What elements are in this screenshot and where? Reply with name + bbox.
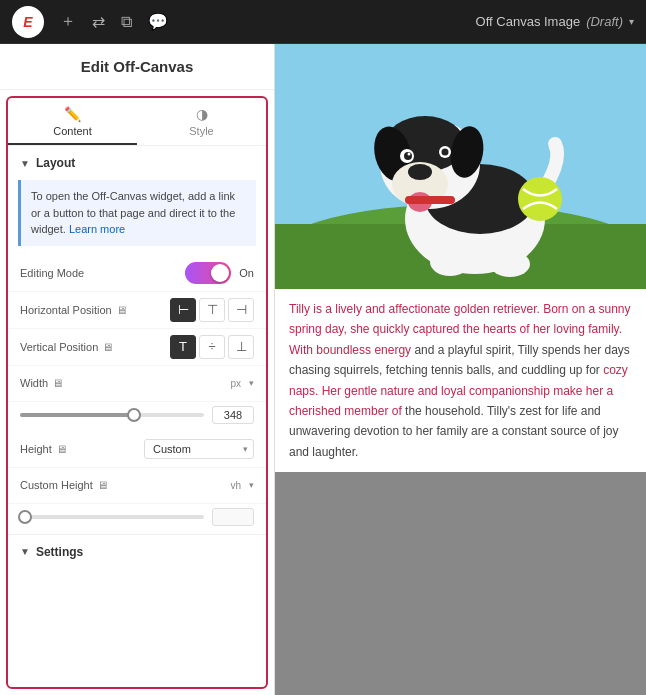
width-slider-fill <box>20 413 130 417</box>
custom-height-slider-track <box>20 515 204 519</box>
vertical-position-row: Vertical Position 🖥 T ÷ ⊥ <box>8 329 266 366</box>
vertical-btn-group: T ÷ ⊥ <box>170 335 254 359</box>
width-value-input[interactable] <box>212 406 254 424</box>
custom-height-value-input[interactable] <box>212 508 254 526</box>
v-top-button[interactable]: T <box>170 335 196 359</box>
monitor-icon: 🖥 <box>116 304 127 316</box>
width-label: Width 🖥 <box>20 377 130 389</box>
height-monitor-icon: 🖥 <box>56 443 67 455</box>
width-slider-track <box>20 413 204 417</box>
sidebar: Edit Off-Canvas ✏️ Content ◑ Style ▼ Lay… <box>0 44 275 695</box>
section-arrow-icon: ▼ <box>20 158 30 169</box>
height-select-wrap: Default Custom Full ▾ <box>144 439 254 459</box>
width-row: Width 🖥 px ▾ <box>8 366 266 402</box>
editing-mode-label: Editing Mode <box>20 267 130 279</box>
add-icon[interactable]: ＋ <box>60 11 76 32</box>
width-slider-row <box>8 402 266 432</box>
dog-image <box>275 44 646 289</box>
horizontal-position-row: Horizontal Position 🖥 ⊢ ⊤ ⊣ <box>8 292 266 329</box>
width-monitor-icon: 🖥 <box>52 377 63 389</box>
page-title: Off Canvas Image <box>476 14 581 29</box>
chevron-down-icon[interactable]: ▾ <box>629 16 634 27</box>
svg-point-10 <box>408 164 432 180</box>
tab-content[interactable]: ✏️ Content <box>8 98 137 145</box>
settings-section-header[interactable]: ▼ Settings <box>8 534 266 569</box>
editing-mode-toggle[interactable] <box>185 262 231 284</box>
style-icon: ◑ <box>196 106 208 122</box>
custom-height-row: Custom Height 🖥 vh ▾ <box>8 468 266 504</box>
editing-mode-row: Editing Mode On <box>8 256 266 292</box>
canvas-area: Tilly is a lively and affectionate golde… <box>275 44 646 695</box>
unit-chevron: ▾ <box>249 378 254 388</box>
h-center-button[interactable]: ⊤ <box>199 298 225 322</box>
svg-point-19 <box>490 251 530 277</box>
h-right-button[interactable]: ⊣ <box>228 298 254 322</box>
toggle-knob <box>211 264 229 282</box>
width-unit: px <box>230 378 241 389</box>
dog-svg <box>275 44 646 289</box>
svg-point-14 <box>408 153 411 156</box>
horizontal-btn-group: ⊢ ⊤ ⊣ <box>170 298 254 322</box>
height-select[interactable]: Default Custom Full <box>144 439 254 459</box>
panel-content: ✏️ Content ◑ Style ▼ Layout To open the … <box>6 96 268 689</box>
custom-height-icon: 🖥 <box>97 479 108 491</box>
layout-section-header[interactable]: ▼ Layout <box>8 146 266 180</box>
editing-mode-control: On <box>130 262 254 284</box>
width-control: px ▾ <box>130 378 254 389</box>
info-box: To open the Off-Canvas widget, add a lin… <box>18 180 256 246</box>
tabs-row: ✏️ Content ◑ Style <box>8 98 266 146</box>
tab-style[interactable]: ◑ Style <box>137 98 266 145</box>
v-bottom-button[interactable]: ⊥ <box>228 335 254 359</box>
custom-height-label: Custom Height 🖥 <box>20 479 130 491</box>
canvas-inner: Tilly is a lively and affectionate golde… <box>275 44 646 695</box>
svg-rect-17 <box>405 196 455 204</box>
height-row: Height 🖥 Default Custom Full ▾ <box>8 432 266 468</box>
custom-height-slider-track-wrap <box>20 515 204 519</box>
height-control: Default Custom Full ▾ <box>130 439 254 459</box>
top-bar: E ＋ ⇄ ⧉ 💬 Off Canvas Image (Draft) ▾ <box>0 0 646 44</box>
horizontal-position-label: Horizontal Position 🖥 <box>20 304 130 316</box>
horizontal-position-control: ⊢ ⊤ ⊣ <box>130 298 254 322</box>
sidebar-header: Edit Off-Canvas <box>0 44 274 90</box>
pencil-icon: ✏️ <box>64 106 81 122</box>
canvas-description: Tilly is a lively and affectionate golde… <box>289 302 631 459</box>
width-slider-thumb[interactable] <box>127 408 141 422</box>
custom-height-slider-thumb[interactable] <box>18 510 32 524</box>
settings-label: Settings <box>36 545 83 559</box>
sliders-icon[interactable]: ⇄ <box>92 12 105 31</box>
svg-point-20 <box>518 177 562 221</box>
draft-label: (Draft) <box>586 14 623 29</box>
v-middle-button[interactable]: ÷ <box>199 335 225 359</box>
width-slider-track-wrap <box>20 413 204 417</box>
top-bar-right: Off Canvas Image (Draft) ▾ <box>476 14 634 29</box>
text-content: Tilly is a lively and affectionate golde… <box>275 289 646 472</box>
settings-arrow-icon: ▼ <box>20 546 30 557</box>
svg-point-18 <box>430 248 470 276</box>
vertical-position-control: T ÷ ⊥ <box>130 335 254 359</box>
main-layout: Edit Off-Canvas ✏️ Content ◑ Style ▼ Lay… <box>0 44 646 695</box>
vertical-position-label: Vertical Position 🖥 <box>20 341 130 353</box>
elementor-logo[interactable]: E <box>12 6 44 38</box>
custom-height-control: vh ▾ <box>130 480 254 491</box>
chat-icon[interactable]: 💬 <box>148 12 168 31</box>
learn-more-link[interactable]: Learn more <box>69 223 125 235</box>
custom-height-slider-row <box>8 504 266 534</box>
height-label: Height 🖥 <box>20 443 130 455</box>
layout-section-label: Layout <box>36 156 75 170</box>
svg-point-16 <box>442 149 449 156</box>
custom-height-unit: vh <box>230 480 241 491</box>
monitor2-icon: 🖥 <box>102 341 113 353</box>
top-bar-left: E ＋ ⇄ ⧉ 💬 <box>12 6 476 38</box>
toggle-value: On <box>239 267 254 279</box>
toggle-wrap: On <box>185 262 254 284</box>
h-left-button[interactable]: ⊢ <box>170 298 196 322</box>
layers-icon[interactable]: ⧉ <box>121 13 132 31</box>
vh-chevron-icon: ▾ <box>249 480 254 490</box>
